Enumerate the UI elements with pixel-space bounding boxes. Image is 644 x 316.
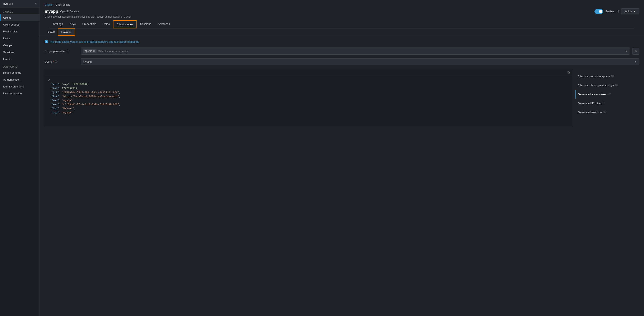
- right-panel-generated-id-token[interactable]: Generated ID token ⓘ: [576, 99, 636, 108]
- breadcrumb-clients-link[interactable]: Clients: [45, 3, 52, 6]
- users-help-icon[interactable]: ⓘ: [55, 60, 58, 63]
- scope-tag-remove[interactable]: ✕: [93, 50, 95, 53]
- users-required-star: *: [53, 60, 54, 63]
- users-input[interactable]: myuser ▼: [81, 58, 639, 65]
- tab-advanced[interactable]: Advanced: [155, 20, 174, 28]
- scope-tag: openid ✕: [83, 49, 96, 53]
- realm-selector[interactable]: myrealm ▼: [0, 0, 40, 8]
- scope-input[interactable]: openid ✕ Select scope parameters ▼: [81, 48, 630, 55]
- users-row: Users * ⓘ myuser ▼: [45, 58, 639, 65]
- sidebar-item-user-federation[interactable]: User federation: [0, 90, 40, 97]
- sidebar-item-client-scopes[interactable]: Client scopes: [0, 21, 40, 28]
- enabled-label: Enabled: [605, 10, 615, 13]
- action-dropdown-icon: ▼: [633, 10, 636, 13]
- scope-label: Scope parameter ⓘ: [45, 49, 78, 53]
- effective-protocol-mappers-help-icon[interactable]: ⓘ: [611, 75, 614, 78]
- scope-copy-button[interactable]: ⧉: [632, 48, 639, 55]
- breadcrumb-separator: ›: [54, 4, 54, 6]
- configure-section-label: Configure: [0, 63, 40, 69]
- json-panel-header: ⧉: [45, 69, 572, 76]
- tab-credentials[interactable]: Credentials: [79, 20, 100, 28]
- right-panel: Effective protocol mappers ⓘ Effective r…: [572, 69, 639, 127]
- app-title-left: myapp OpenID Connect: [45, 9, 79, 14]
- app-title-row: myapp OpenID Connect Enabled ? Action ▼: [45, 8, 639, 15]
- scope-placeholder: Select scope parameters: [98, 50, 624, 53]
- effective-role-scope-mappings-help-icon[interactable]: ⓘ: [615, 83, 618, 87]
- json-copy-button[interactable]: ⧉: [568, 71, 570, 74]
- tab-settings[interactable]: Settings: [50, 20, 66, 28]
- tab-client-scopes[interactable]: Client scopes: [113, 20, 137, 29]
- json-panel: ⧉ { "exp": "exp": 1727100239, "iat": 172…: [45, 69, 572, 127]
- tab-keys[interactable]: Keys: [66, 20, 79, 28]
- scope-parameter-row: Scope parameter ⓘ openid ✕ Select scope …: [45, 48, 639, 55]
- sidebar-item-identity-providers[interactable]: Identity providers: [0, 83, 40, 90]
- sub-tab-setup[interactable]: Setup: [45, 29, 58, 36]
- breadcrumb-current: Client details: [56, 3, 70, 6]
- main-content: Clients › Client details myapp OpenID Co…: [40, 0, 644, 316]
- sub-tabs: Setup Evaluate: [40, 29, 644, 36]
- right-panel-effective-role-scope-mappings[interactable]: Effective role scope mappings ⓘ: [576, 81, 636, 90]
- info-icon: i: [45, 40, 48, 43]
- realm-chevron-icon: ▼: [35, 3, 37, 5]
- sidebar-item-clients[interactable]: Clients: [0, 14, 40, 21]
- right-panel-generated-user-info[interactable]: Generated user info ⓘ: [576, 108, 636, 117]
- manage-section-label: Manage: [0, 8, 40, 14]
- sidebar-item-events[interactable]: Events: [0, 56, 40, 63]
- app-type-badge: OpenID Connect: [60, 10, 79, 13]
- sidebar-item-users[interactable]: Users: [0, 35, 40, 42]
- header-right: Enabled ? Action ▼: [594, 8, 639, 15]
- sidebar-item-realm-roles[interactable]: Realm roles: [0, 28, 40, 35]
- page-header: Clients › Client details myapp OpenID Co…: [40, 0, 644, 29]
- users-label: Users * ⓘ: [45, 60, 78, 63]
- realm-name: myrealm: [2, 2, 13, 5]
- scope-help-icon[interactable]: ⓘ: [67, 49, 69, 53]
- sidebar-item-sessions[interactable]: Sessions: [0, 49, 40, 56]
- sidebar: myrealm ▼ Manage Clients Client scopes R…: [0, 0, 40, 316]
- generated-user-info-help-icon[interactable]: ⓘ: [603, 110, 606, 114]
- main-tabs: Settings Keys Credentials Roles Client s…: [50, 20, 634, 29]
- page-content: i This page allows you to see all protoc…: [40, 36, 644, 316]
- bottom-split: ⧉ { "exp": "exp": 1727100239, "iat": 172…: [45, 69, 639, 127]
- sidebar-item-groups[interactable]: Groups: [0, 42, 40, 49]
- sub-tab-evaluate[interactable]: Evaluate: [58, 29, 75, 36]
- right-panel-generated-access-token[interactable]: Generated access token ⓘ: [576, 90, 636, 99]
- scope-dropdown-arrow-icon: ▼: [625, 50, 628, 52]
- tab-sessions[interactable]: Sessions: [137, 20, 155, 28]
- header-help-icon[interactable]: ?: [618, 10, 619, 13]
- json-content: { "exp": "exp": 1727100239, "iat": 17270…: [45, 76, 572, 117]
- users-dropdown-arrow-icon: ▼: [634, 61, 637, 63]
- enabled-toggle[interactable]: [594, 9, 603, 14]
- app-name: myapp: [45, 9, 58, 14]
- generated-access-token-help-icon[interactable]: ⓘ: [608, 92, 611, 96]
- tabs-container: Settings Keys Credentials Roles Client s…: [45, 20, 639, 29]
- sidebar-item-realm-settings[interactable]: Realm settings: [0, 69, 40, 76]
- right-panel-effective-protocol-mappers[interactable]: Effective protocol mappers ⓘ: [576, 72, 636, 81]
- sidebar-item-authentication[interactable]: Authentication: [0, 76, 40, 83]
- app-description: Clients are applications and services th…: [45, 15, 639, 18]
- action-button[interactable]: Action ▼: [621, 8, 639, 15]
- breadcrumb: Clients › Client details: [45, 3, 639, 6]
- tab-roles[interactable]: Roles: [100, 20, 113, 28]
- info-link[interactable]: i This page allows you to see all protoc…: [45, 40, 639, 43]
- generated-id-token-help-icon[interactable]: ⓘ: [603, 101, 605, 105]
